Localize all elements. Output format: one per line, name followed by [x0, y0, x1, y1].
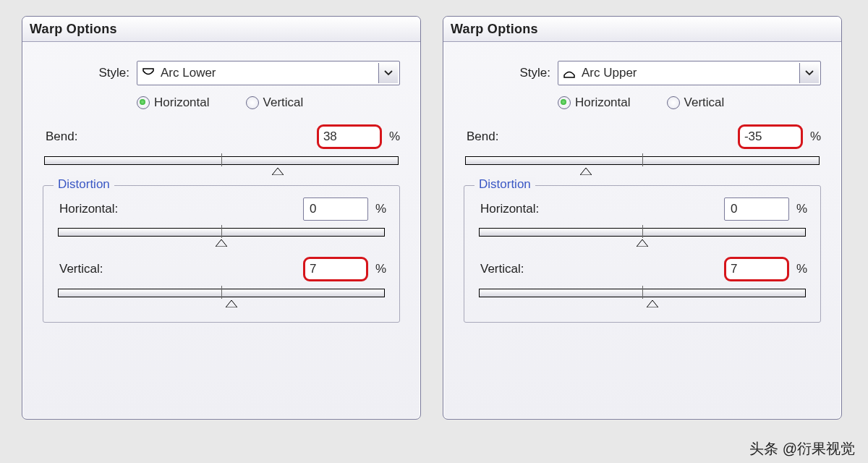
radio-label: Horizontal — [575, 95, 631, 110]
slider-center-mark — [642, 153, 643, 166]
bend-unit: % — [389, 129, 400, 144]
distortion-group: Distortion Horizontal: 0 % Vertical: 7 % — [464, 185, 821, 323]
orientation-horizontal-radio[interactable]: Horizontal — [137, 95, 210, 110]
bend-label: Bend: — [43, 129, 125, 144]
orientation-vertical-radio[interactable]: Vertical — [667, 95, 725, 110]
slider-thumb[interactable] — [637, 236, 648, 243]
slider-center-mark — [642, 286, 643, 299]
orientation-horizontal-radio[interactable]: Horizontal — [558, 95, 631, 110]
dialog-title: Warp Options — [451, 22, 538, 37]
style-dropdown-value: Arc Lower — [161, 66, 378, 80]
dialog-title: Warp Options — [30, 22, 117, 37]
distortion-horizontal-input[interactable]: 0 — [303, 197, 368, 221]
bend-unit: % — [810, 129, 821, 144]
distortion-legend: Distortion — [54, 177, 114, 192]
distortion-vertical-label: Vertical: — [56, 262, 139, 276]
radio-label: Vertical — [263, 95, 304, 110]
bend-input[interactable]: -35 — [738, 124, 803, 149]
slider-thumb[interactable] — [647, 297, 658, 304]
style-label: Style: — [464, 66, 558, 80]
distortion-vertical-slider[interactable] — [58, 286, 385, 303]
radio-label: Vertical — [684, 95, 725, 110]
warp-options-dialog: Warp Options Style: Arc Upper Horizontal… — [443, 16, 842, 420]
distortion-horizontal-input[interactable]: 0 — [724, 197, 789, 221]
warp-options-dialog: Warp Options Style: Arc Lower Horizontal… — [22, 16, 421, 420]
distortion-horizontal-slider[interactable] — [479, 225, 806, 242]
radio-label: Horizontal — [154, 95, 210, 110]
chevron-down-icon[interactable] — [378, 63, 398, 83]
distortion-horizontal-label: Horizontal: — [56, 202, 139, 216]
style-dropdown-value: Arc Upper — [582, 66, 799, 80]
slider-thumb[interactable] — [226, 297, 237, 304]
radio-icon — [667, 96, 680, 109]
arc-upper-icon — [563, 67, 576, 80]
dialog-titlebar[interactable]: Warp Options — [22, 17, 420, 42]
radio-icon — [558, 96, 571, 109]
slider-center-mark — [221, 286, 222, 299]
style-label: Style: — [43, 66, 137, 80]
chevron-down-icon[interactable] — [799, 63, 819, 83]
distortion-vertical-input[interactable]: 7 — [724, 257, 789, 281]
orientation-vertical-radio[interactable]: Vertical — [246, 95, 304, 110]
slider-thumb[interactable] — [216, 236, 227, 243]
bend-input[interactable]: 38 — [317, 124, 382, 149]
distortion-horizontal-unit: % — [375, 202, 386, 216]
distortion-group: Distortion Horizontal: 0 % Vertical: 7 % — [43, 185, 400, 323]
distortion-horizontal-unit: % — [796, 202, 807, 216]
style-dropdown[interactable]: Arc Lower — [137, 61, 400, 85]
distortion-vertical-label: Vertical: — [477, 262, 560, 276]
distortion-horizontal-slider[interactable] — [58, 225, 385, 242]
distortion-vertical-input[interactable]: 7 — [303, 257, 368, 281]
slider-thumb[interactable] — [272, 164, 284, 171]
bend-label: Bend: — [464, 129, 546, 144]
radio-icon — [137, 96, 150, 109]
bend-slider[interactable] — [465, 153, 820, 171]
slider-thumb[interactable] — [580, 164, 592, 171]
watermark-text: 头条 @衍果视觉 — [749, 439, 855, 459]
distortion-horizontal-label: Horizontal: — [477, 202, 560, 216]
distortion-vertical-slider[interactable] — [479, 286, 806, 303]
distortion-vertical-unit: % — [375, 262, 386, 276]
radio-icon — [246, 96, 259, 109]
bend-slider[interactable] — [44, 153, 399, 171]
slider-center-mark — [221, 153, 222, 166]
distortion-vertical-unit: % — [796, 262, 807, 276]
distortion-legend: Distortion — [475, 177, 535, 192]
style-dropdown[interactable]: Arc Upper — [558, 61, 821, 85]
arc-lower-icon — [142, 67, 155, 80]
dialog-titlebar[interactable]: Warp Options — [443, 17, 841, 42]
